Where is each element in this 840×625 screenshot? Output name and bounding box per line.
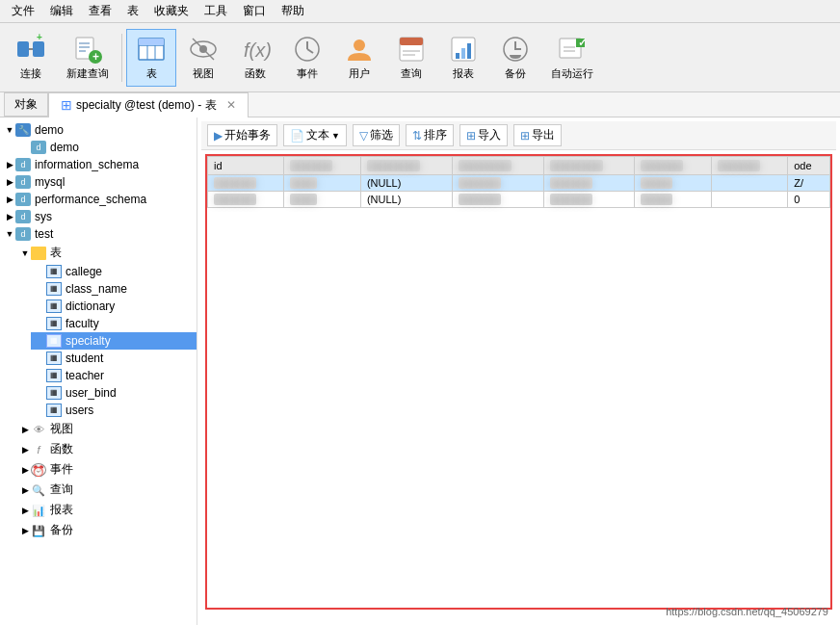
- menu-help[interactable]: 帮助: [274, 1, 312, 21]
- sidebar-label-demo-child: demo: [50, 141, 79, 154]
- filter-icon: ▽: [359, 129, 368, 143]
- tables-folder-icon: [31, 247, 46, 260]
- menu-table[interactable]: 表: [119, 1, 146, 21]
- sidebar-item-demo-child[interactable]: d demo: [15, 139, 197, 156]
- svg-rect-1: [33, 41, 44, 57]
- sidebar-item-class-name[interactable]: ▦ class_name: [31, 280, 197, 298]
- sidebar-item-teacher[interactable]: ▦ teacher: [31, 367, 197, 384]
- user-button[interactable]: 用户: [334, 29, 384, 87]
- table-icon-student: ▦: [46, 352, 62, 365]
- sidebar-item-tables-folder[interactable]: ▼ 表: [15, 243, 197, 263]
- backup-button[interactable]: 备份: [490, 29, 540, 87]
- main-layout: ▼ 🔧 demo d demo ▶ d information_schema ▶…: [0, 117, 840, 625]
- report-button[interactable]: 报表: [438, 29, 488, 87]
- autorun-icon: ✓: [557, 34, 588, 65]
- col-6: xxxxxxxx: [635, 157, 711, 175]
- cell-3-1: (NULL): [360, 175, 452, 192]
- arrow-events: ▶: [19, 465, 31, 475]
- sidebar-item-callege[interactable]: ▦ callege: [31, 263, 197, 280]
- db-icon-test: d: [15, 227, 31, 241]
- svg-rect-24: [400, 38, 423, 45]
- begin-transaction-button[interactable]: ▶ 开始事务: [207, 124, 277, 146]
- functions-icon: f: [31, 443, 46, 456]
- sidebar-item-faculty[interactable]: ▦ faculty: [31, 315, 197, 332]
- text-button[interactable]: 📄 文本 ▼: [283, 124, 347, 146]
- sidebar-item-student[interactable]: ▦ student: [31, 350, 197, 367]
- menu-edit[interactable]: 编辑: [42, 1, 81, 21]
- sidebar-item-perf[interactable]: ▶ d performance_schema: [0, 191, 197, 208]
- sidebar-item-mysql[interactable]: ▶ d mysql: [0, 173, 197, 191]
- function-label: 函数: [245, 66, 266, 81]
- sidebar-item-specialty[interactable]: ▦ specialty: [31, 332, 197, 350]
- tab-close-icon[interactable]: ✕: [226, 98, 236, 112]
- sidebar-item-test[interactable]: ▼ d test: [0, 225, 197, 243]
- connect-icon: +: [15, 34, 46, 65]
- sidebar-item-views[interactable]: ▶ 👁 视图: [15, 419, 197, 439]
- import-button[interactable]: ⊞ 导入: [459, 124, 508, 146]
- export-icon: ⊞: [520, 129, 530, 143]
- sidebar-item-functions[interactable]: ▶ f 函数: [15, 439, 197, 459]
- reports-icon: 📊: [31, 504, 46, 517]
- arrow-info: ▶: [4, 160, 15, 169]
- menu-bar: 文件 编辑 查看 表 收藏夹 工具 窗口 帮助: [0, 0, 840, 23]
- tab-specialty[interactable]: ⊞ specialty @test (demo) - 表 ✕: [48, 92, 249, 118]
- sort-button[interactable]: ⇅ 排序: [406, 124, 454, 146]
- tab-objects-label: 对象: [14, 96, 38, 113]
- sidebar-item-reports[interactable]: ▶ 📊 报表: [15, 500, 197, 520]
- user-icon: [344, 34, 375, 65]
- sidebar-item-demo-root[interactable]: ▼ 🔧 demo: [0, 121, 197, 139]
- event-button[interactable]: 事件: [282, 29, 332, 87]
- view-button[interactable]: 视图: [178, 29, 228, 87]
- action-bar: ▶ 开始事务 📄 文本 ▼ ▽ 筛选 ⇅ 排序 ⊞ 导入 ⊞ 导出: [201, 121, 836, 150]
- arrow-sys: ▶: [4, 212, 15, 221]
- table-icon-dictionary: ▦: [46, 299, 62, 313]
- autorun-button[interactable]: ✓ 自动运行: [542, 29, 602, 87]
- svg-rect-30: [467, 43, 471, 59]
- sidebar-label-demo-root: demo: [35, 123, 64, 137]
- tab-objects[interactable]: 对象: [4, 92, 48, 117]
- autorun-label: 自动运行: [551, 66, 593, 81]
- menu-view[interactable]: 查看: [81, 1, 119, 21]
- arrow-test: ▼: [4, 229, 15, 239]
- view-icon: [188, 34, 219, 65]
- sidebar-item-info-schema[interactable]: ▶ d information_schema: [0, 156, 197, 173]
- cell-id-1: xxxxxxxx: [208, 175, 284, 192]
- table-icon-class-name: ▦: [46, 282, 62, 296]
- sort-icon: ⇅: [412, 129, 422, 143]
- event-icon: [292, 34, 323, 65]
- arrow-views: ▶: [19, 425, 31, 434]
- menu-file[interactable]: 文件: [4, 1, 42, 21]
- sidebar-item-dictionary[interactable]: ▦ dictionary: [31, 298, 197, 315]
- filter-button[interactable]: ▽ 筛选: [353, 124, 400, 146]
- table-row[interactable]: xxxxxxxx xxxxx (NULL) xxxxxxxx xxxxxxxx …: [208, 175, 830, 192]
- arrow-backup-s: ▶: [19, 526, 31, 535]
- sidebar-item-user-bind[interactable]: ▦ user_bind: [31, 384, 197, 402]
- sidebar-item-users[interactable]: ▦ users: [31, 402, 197, 419]
- sidebar-item-events[interactable]: ▶ ⏰ 事件: [15, 459, 197, 480]
- report-icon: [448, 34, 479, 65]
- arrow-tables: ▼: [19, 248, 31, 258]
- backup-s-icon: 💾: [31, 524, 46, 537]
- menu-tools[interactable]: 工具: [197, 1, 235, 21]
- col-7: xxxxxxxx: [711, 157, 787, 175]
- connect-button[interactable]: + 连接: [6, 29, 56, 87]
- query-button[interactable]: 查询: [386, 29, 436, 87]
- table-button[interactable]: 表: [126, 29, 176, 87]
- sidebar-label-faculty: faculty: [66, 317, 99, 330]
- svg-line-21: [307, 49, 313, 53]
- col-5: xxxxxxxxxx: [543, 157, 635, 175]
- function-button[interactable]: f(x) 函数: [230, 29, 280, 87]
- sidebar-item-queries[interactable]: ▶ 🔍 查询: [15, 480, 197, 500]
- menu-favorites[interactable]: 收藏夹: [146, 1, 197, 21]
- views-icon: 👁: [31, 423, 46, 436]
- cell-id-2: xxxxxxxx: [208, 192, 284, 208]
- sidebar-item-sys[interactable]: ▶ d sys: [0, 208, 197, 225]
- tab-table-icon: ⊞: [61, 97, 72, 113]
- tab-bar: 对象 ⊞ specialty @test (demo) - 表 ✕: [0, 92, 840, 117]
- table-row[interactable]: xxxxxxxx xxxxx (NULL) xxxxxxxx xxxxxxxx …: [208, 192, 830, 208]
- toolbar: + 连接 + 新建查询: [0, 23, 840, 92]
- menu-window[interactable]: 窗口: [235, 1, 274, 21]
- export-button[interactable]: ⊞ 导出: [513, 124, 562, 146]
- new-query-button[interactable]: + 新建查询: [58, 29, 118, 87]
- sidebar-item-backup[interactable]: ▶ 💾 备份: [15, 520, 197, 540]
